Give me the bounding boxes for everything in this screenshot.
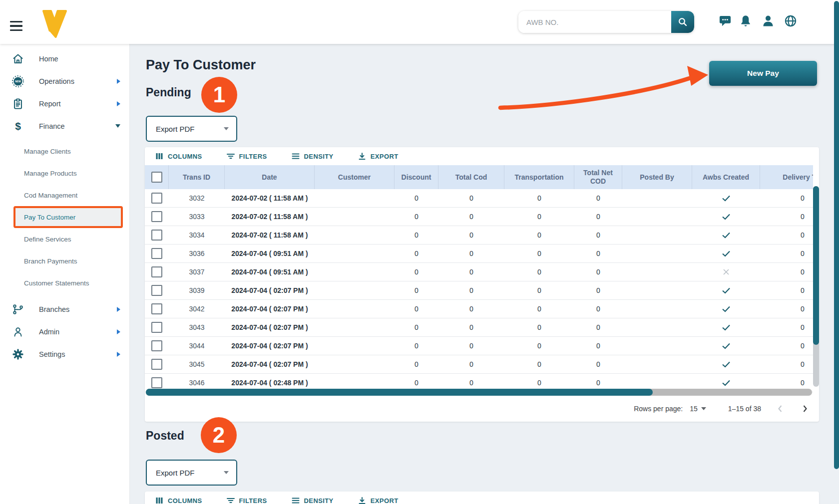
page-scrollbar[interactable] — [834, 1, 839, 469]
table-row[interactable]: 3037 2024-07-04 ( 09:51 AM ) 0 0 0 0 — [145, 263, 813, 281]
brand-logo[interactable] — [41, 9, 68, 41]
table-row[interactable]: 3042 2024-07-04 ( 02:07 PM ) 0 0 0 0 — [145, 300, 813, 318]
density-icon — [291, 152, 300, 161]
vertical-scroll-thumb[interactable] — [813, 186, 819, 345]
chat-icon[interactable] — [718, 14, 732, 28]
sidebar-item-branches[interactable]: Branches — [0, 298, 129, 320]
sidebar-item-define-services[interactable]: Define Services — [0, 228, 129, 250]
col-delivery-tra[interactable]: Delivery Tra — [760, 165, 813, 189]
columns-button[interactable]: COLUMNS — [152, 151, 205, 161]
sidebar-item-pay-to-customer-active[interactable]: Pay To Customer — [13, 206, 123, 228]
sidebar-item-manage-products[interactable]: Manage Products — [0, 162, 129, 184]
filters-label: FILTERS — [239, 497, 267, 504]
select-all-checkbox[interactable] — [151, 172, 162, 183]
cell-total-net-cod: 0 — [574, 300, 622, 318]
sidebar-item-cod-management[interactable]: Cod Management — [0, 184, 129, 206]
sidebar-item-admin[interactable]: Admin — [0, 320, 129, 343]
cell-customer — [315, 208, 395, 226]
sidebar-item-operations[interactable]: NEW Operations — [0, 70, 129, 92]
cell-total-cod: 0 — [438, 318, 504, 336]
cell-total-net-cod: 0 — [574, 263, 622, 281]
report-icon — [11, 98, 25, 110]
table-row[interactable]: 3033 2024-07-02 ( 11:58 AM ) 0 0 0 0 — [145, 208, 813, 226]
posted-export-pdf-dropdown[interactable]: Export PDF — [146, 460, 237, 486]
row-checkbox[interactable] — [151, 359, 162, 370]
check-icon — [721, 305, 731, 313]
check-icon — [721, 194, 731, 202]
sidebar-item-manage-clients[interactable]: Manage Clients — [0, 140, 129, 162]
col-date[interactable]: Date — [225, 165, 315, 189]
table-row[interactable]: 3034 2024-07-02 ( 11:58 AM ) 0 0 0 0 — [145, 226, 813, 245]
posted-heading: Posted — [146, 428, 184, 443]
col-total-net-cod[interactable]: Total Net COD — [574, 165, 622, 189]
language-icon[interactable] — [784, 14, 798, 28]
rows-per-page-select[interactable]: 15 — [690, 405, 706, 413]
cell-total-cod: 0 — [438, 300, 504, 318]
export-pdf-dropdown[interactable]: Export PDF — [146, 116, 237, 142]
sidebar-item-settings[interactable]: Settings — [0, 343, 129, 365]
col-awbs-created[interactable]: Awbs Created — [692, 165, 760, 189]
notifications-icon[interactable] — [739, 14, 753, 28]
col-total-cod[interactable]: Total Cod — [438, 165, 504, 189]
cell-trans-id: 3042 — [169, 300, 225, 318]
row-checkbox[interactable] — [151, 322, 162, 333]
row-checkbox[interactable] — [151, 248, 162, 259]
cell-customer — [315, 281, 395, 299]
table-row[interactable]: 3043 2024-07-04 ( 02:07 PM ) 0 0 0 0 — [145, 318, 813, 337]
table-row[interactable]: 3044 2024-07-04 ( 02:07 PM ) 0 0 0 0 — [145, 337, 813, 355]
cell-posted-by — [622, 337, 692, 355]
table-vertical-scrollbar[interactable] — [813, 186, 819, 387]
check-icon — [721, 250, 731, 257]
search-button[interactable] — [671, 11, 694, 33]
table-row[interactable]: 3039 2024-07-04 ( 02:07 PM ) 0 0 0 0 — [145, 281, 813, 300]
horizontal-scroll-thumb[interactable] — [146, 389, 653, 396]
row-checkbox[interactable] — [151, 340, 162, 351]
table-row[interactable]: 3036 2024-07-04 ( 09:51 AM ) 0 0 0 0 — [145, 245, 813, 263]
row-checkbox[interactable] — [151, 211, 162, 222]
table-horizontal-scrollbar[interactable] — [146, 389, 812, 396]
col-customer[interactable]: Customer — [315, 165, 395, 189]
chevron-right-icon — [117, 329, 120, 334]
cell-discount: 0 — [395, 189, 438, 207]
new-pay-button[interactable]: New Pay — [709, 61, 817, 86]
previous-page-button[interactable] — [774, 403, 786, 415]
annotation-step-1-badge: 1 — [201, 77, 237, 113]
row-checkbox[interactable] — [151, 285, 162, 296]
home-icon — [11, 53, 25, 65]
col-trans-id[interactable]: Trans ID — [169, 165, 225, 189]
row-checkbox[interactable] — [151, 230, 162, 241]
sidebar-item-finance[interactable]: $ Finance — [0, 115, 129, 137]
row-checkbox[interactable] — [151, 377, 162, 388]
dropdown-caret-icon — [224, 471, 229, 474]
columns-button[interactable]: COLUMNS — [152, 496, 205, 504]
density-button[interactable]: DENSITY — [288, 496, 337, 504]
sidebar-item-customer-statements[interactable]: Customer Statements — [0, 272, 129, 294]
account-icon[interactable] — [761, 14, 775, 28]
next-page-button[interactable] — [799, 403, 811, 415]
menu-icon[interactable] — [10, 21, 22, 31]
search-input[interactable] — [518, 11, 671, 33]
chevron-right-icon — [117, 307, 120, 312]
row-checkbox[interactable] — [151, 193, 162, 204]
sidebar-item-report[interactable]: Report — [0, 92, 129, 115]
cell-transportation: 0 — [504, 355, 574, 373]
filters-button[interactable]: FILTERS — [223, 151, 270, 161]
row-checkbox[interactable] — [151, 303, 162, 314]
sidebar-item-label: Admin — [39, 328, 117, 336]
table-row[interactable]: 3032 2024-07-02 ( 11:58 AM ) 0 0 0 0 — [145, 189, 813, 208]
col-posted-by[interactable]: Posted By — [622, 165, 692, 189]
density-button[interactable]: DENSITY — [288, 151, 337, 161]
chevron-right-icon — [799, 403, 811, 415]
pending-table-card: COLUMNS FILTERS DENSITY — [145, 147, 819, 422]
check-icon — [721, 213, 731, 221]
table-row[interactable]: 3045 2024-07-04 ( 02:07 PM ) 0 0 0 0 — [145, 355, 813, 374]
density-label: DENSITY — [304, 497, 334, 504]
row-checkbox[interactable] — [151, 266, 162, 277]
col-transportation[interactable]: Transportation — [504, 165, 574, 189]
sidebar-item-home[interactable]: Home — [0, 47, 129, 70]
export-button[interactable]: EXPORT — [355, 496, 402, 504]
sidebar-item-branch-payments[interactable]: Branch Payments — [0, 250, 129, 272]
filters-button[interactable]: FILTERS — [223, 496, 270, 504]
col-discount[interactable]: Discount — [395, 165, 438, 189]
export-button[interactable]: EXPORT — [355, 151, 402, 161]
